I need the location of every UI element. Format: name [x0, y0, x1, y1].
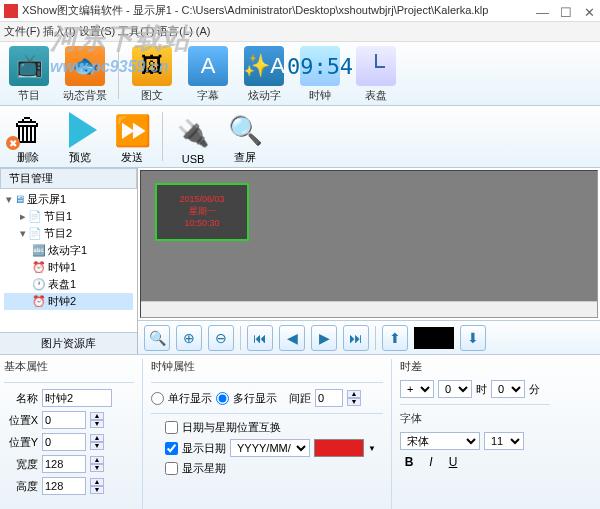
font-family-select[interactable]: 宋体: [400, 432, 480, 450]
next-button[interactable]: ▶: [311, 325, 337, 351]
ribbon-toolbar: 📺 节目 🐟 动态背景 🖼 图文 A 字幕 ✨A 炫动字 09:54 时钟 表盘: [0, 42, 600, 106]
date-format-select[interactable]: YYYY/MM/DD: [230, 439, 310, 457]
width-input[interactable]: [42, 455, 86, 473]
sidebar-tab[interactable]: 节目管理: [0, 168, 137, 189]
find-screen-button[interactable]: 🔍 查屏: [221, 108, 269, 165]
usb-button[interactable]: 🔌 USB: [169, 108, 217, 165]
ribbon-dial[interactable]: 表盘: [351, 44, 401, 103]
send-icon: ⏩: [112, 110, 152, 150]
first-button[interactable]: ⏮: [247, 325, 273, 351]
tree-dial1[interactable]: 🕐表盘1: [4, 276, 133, 293]
h-up[interactable]: ▲: [90, 478, 104, 486]
prev-button[interactable]: ◀: [279, 325, 305, 351]
tree-clock2[interactable]: ⏰时钟2: [4, 293, 133, 310]
x-up[interactable]: ▲: [90, 412, 104, 420]
ribbon-program[interactable]: 📺 节目: [4, 44, 54, 103]
window-title: XShow图文编辑软件 - 显示屏1 - C:\Users\Administra…: [22, 3, 536, 18]
canvas-scrollbar[interactable]: [141, 301, 597, 317]
send-button[interactable]: ⏩ 发送: [108, 108, 156, 165]
name-input[interactable]: [42, 389, 112, 407]
dynamic-text-icon: ✨A: [244, 46, 284, 86]
single-line-radio[interactable]: [151, 392, 164, 405]
ribbon-bg[interactable]: 🐟 动态背景: [60, 44, 110, 103]
ribbon-dynamic[interactable]: ✨A 炫动字: [239, 44, 289, 103]
tree-clock1[interactable]: ⏰时钟1: [4, 259, 133, 276]
font-size-select[interactable]: 11: [484, 432, 524, 450]
y-down[interactable]: ▼: [90, 442, 104, 450]
close-button[interactable]: ✕: [584, 5, 596, 17]
show-week-checkbox[interactable]: [165, 462, 178, 475]
ribbon-subtitle[interactable]: A 字幕: [183, 44, 233, 103]
tree-program1[interactable]: ▸📄节目1: [4, 208, 133, 225]
clock-icon: 09:54: [300, 46, 340, 86]
preview-button[interactable]: 预览: [56, 108, 104, 165]
action-toolbar: 🗑 删除 预览 ⏩ 发送 🔌 USB 🔍 查屏: [0, 106, 600, 168]
move-up-button[interactable]: ⬆: [382, 325, 408, 351]
height-input[interactable]: [42, 477, 86, 495]
show-date-checkbox[interactable]: [165, 442, 178, 455]
maximize-button[interactable]: ☐: [560, 5, 572, 17]
program-icon: 📺: [9, 46, 49, 86]
zoom-in-button[interactable]: ⊕: [176, 325, 202, 351]
zoom-fit-button[interactable]: 🔍: [144, 325, 170, 351]
delete-button[interactable]: 🗑 删除: [4, 108, 52, 165]
dial-icon: [356, 46, 396, 86]
clock-preview[interactable]: 2015/06/03 星期一 10:50:30: [155, 183, 249, 241]
x-down[interactable]: ▼: [90, 420, 104, 428]
menubar[interactable]: 文件(F) 插入(I) 设置(S) 工具(T) 语言(L) (A): [0, 22, 600, 42]
gap-input[interactable]: [315, 389, 343, 407]
move-down-button[interactable]: ⬇: [460, 325, 486, 351]
menu-items[interactable]: 文件(F) 插入(I) 设置(S) 工具(T) 语言(L) (A): [4, 24, 211, 39]
tree-root[interactable]: ▾🖥显示屏1: [4, 191, 133, 208]
trash-icon: 🗑: [8, 110, 48, 150]
pos-x-input[interactable]: [42, 411, 86, 429]
clock-props-title: 时钟属性: [151, 359, 383, 374]
y-up[interactable]: ▲: [90, 434, 104, 442]
canvas[interactable]: 2015/06/03 星期一 10:50:30: [140, 170, 598, 318]
date-color-picker[interactable]: [314, 439, 364, 457]
swap-checkbox[interactable]: [165, 421, 178, 434]
timezone-title: 时差: [400, 359, 550, 374]
bold-button[interactable]: B: [400, 454, 418, 472]
properties-panel: 基本属性 名称 位置X▲▼ 位置Y▲▼ 宽度▲▼ 高度▲▼ 时钟属性 单行显示 …: [0, 354, 600, 509]
usb-icon: 🔌: [173, 113, 213, 153]
resource-library-tab[interactable]: 图片资源库: [0, 332, 137, 354]
tz-min-select[interactable]: 0: [491, 380, 525, 398]
italic-button[interactable]: I: [422, 454, 440, 472]
background-icon: 🐟: [65, 46, 105, 86]
ribbon-text[interactable]: 🖼 图文: [127, 44, 177, 103]
multi-line-radio[interactable]: [216, 392, 229, 405]
program-tree[interactable]: ▾🖥显示屏1 ▸📄节目1 ▾📄节目2 🔤炫动字1 ⏰时钟1 🕐表盘1 ⏰时钟2: [0, 189, 137, 332]
subtitle-icon: A: [188, 46, 228, 86]
tree-dyn1[interactable]: 🔤炫动字1: [4, 242, 133, 259]
image-text-icon: 🖼: [132, 46, 172, 86]
last-button[interactable]: ⏭: [343, 325, 369, 351]
minimize-button[interactable]: —: [536, 5, 548, 17]
pos-y-input[interactable]: [42, 433, 86, 451]
play-icon: [60, 110, 100, 150]
h-down[interactable]: ▼: [90, 486, 104, 494]
basic-props-title: 基本属性: [4, 359, 134, 374]
magnifier-icon: 🔍: [225, 110, 265, 150]
titlebar: XShow图文编辑软件 - 显示屏1 - C:\Users\Administra…: [0, 0, 600, 22]
w-up[interactable]: ▲: [90, 456, 104, 464]
app-icon: [4, 4, 18, 18]
ribbon-clock[interactable]: 09:54 时钟: [295, 44, 345, 103]
font-title: 字体: [400, 411, 550, 426]
sidebar: 节目管理 ▾🖥显示屏1 ▸📄节目1 ▾📄节目2 🔤炫动字1 ⏰时钟1 🕐表盘1 …: [0, 168, 138, 354]
preview-thumb: [414, 327, 454, 349]
tz-hour-select[interactable]: 0: [438, 380, 472, 398]
tz-sign-select[interactable]: +: [400, 380, 434, 398]
underline-button[interactable]: U: [444, 454, 462, 472]
tree-program2[interactable]: ▾📄节目2: [4, 225, 133, 242]
zoom-toolbar: 🔍 ⊕ ⊖ ⏮ ◀ ▶ ⏭ ⬆ ⬇: [138, 320, 600, 354]
w-down[interactable]: ▼: [90, 464, 104, 472]
zoom-out-button[interactable]: ⊖: [208, 325, 234, 351]
